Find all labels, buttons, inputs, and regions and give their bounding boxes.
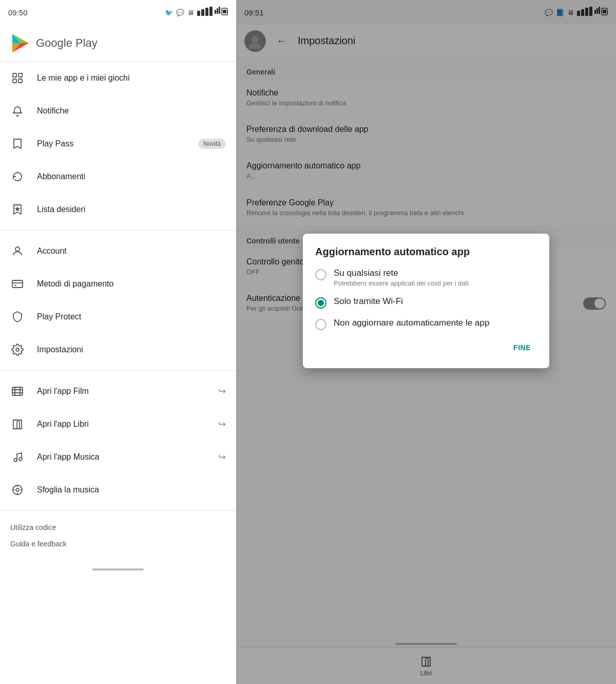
radio-wifi-only-circle <box>315 297 326 309</box>
svg-rect-5 <box>217 8 218 14</box>
help-feedback-link[interactable]: Guida e feedback <box>10 540 226 548</box>
bookmark-icon <box>10 137 25 151</box>
svg-rect-15 <box>13 73 16 77</box>
radio-no-auto-update-main-label: Non aggiornare automaticamente le app <box>334 318 489 328</box>
svg-rect-18 <box>18 79 22 83</box>
book-icon <box>10 417 25 431</box>
sidebar-item-browse-music-label: Sfoglia la musica <box>37 485 226 495</box>
person-icon <box>10 244 25 258</box>
radio-any-network-label-group: Su qualsiasi rete Potrebbero essere appl… <box>334 268 469 287</box>
radio-no-auto-update[interactable]: Non aggiornare automaticamente le app <box>315 318 537 330</box>
status-bar-left: 09:50 🐦 💬 🖥 <box>0 0 236 25</box>
sidebar-item-notifications-label: Notifiche <box>37 106 226 116</box>
sidebar-item-payment-label: Metodi di pagamento <box>37 279 226 289</box>
sidebar-item-music-label: Apri l'app Musica <box>37 452 218 462</box>
svg-rect-20 <box>12 280 23 288</box>
svg-point-23 <box>14 459 17 462</box>
whatsapp-icon-left: 💬 <box>176 9 184 16</box>
svg-rect-6 <box>219 7 220 14</box>
svg-rect-4 <box>215 10 216 14</box>
radio-any-network-main-label: Su qualsiasi rete <box>334 268 469 278</box>
google-play-logo-icon <box>10 33 31 53</box>
radio-wifi-only-label-group: Solo tramite Wi-Fi <box>334 296 403 307</box>
radio-no-auto-update-label-group: Non aggiornare automaticamente le app <box>334 318 489 328</box>
radio-any-network[interactable]: Su qualsiasi rete Potrebbero essere appl… <box>315 268 537 287</box>
external-icon-movies: ↪ <box>218 386 226 397</box>
sidebar-item-my-apps-label: Le mie app e i miei giochi <box>37 73 226 83</box>
svg-rect-2 <box>205 8 208 16</box>
film-icon <box>10 384 25 398</box>
svg-rect-17 <box>13 79 16 83</box>
shield-icon <box>10 310 25 324</box>
auto-update-dialog: Aggiornamento automatico app Su qualsias… <box>303 234 549 368</box>
dialog-overlay: Aggiornamento automatico app Su qualsias… <box>236 0 616 684</box>
sidebar-item-music[interactable]: Apri l'app Musica ↪ <box>0 441 236 473</box>
grid-icon <box>10 71 25 85</box>
sidebar-item-wishlist-label: Lista desideri <box>37 205 226 214</box>
music-circle-icon <box>10 483 25 497</box>
status-time-left: 09:50 <box>8 8 28 17</box>
menu-divider-3 <box>0 510 236 511</box>
svg-point-19 <box>15 247 20 251</box>
radio-wifi-only[interactable]: Solo tramite Wi-Fi <box>315 296 537 309</box>
google-play-title: Google Play <box>36 36 98 50</box>
sidebar-item-subscriptions-label: Abbonamenti <box>37 172 226 181</box>
sidebar-item-movies[interactable]: Apri l'app Film ↪ <box>0 375 236 408</box>
sidebar-item-account-label: Account <box>37 246 226 256</box>
music-note-icon <box>10 450 25 464</box>
status-icons-left: 🐦 💬 🖥 <box>165 7 228 18</box>
svg-rect-22 <box>12 387 23 395</box>
svg-rect-9 <box>227 10 228 13</box>
sidebar-item-movies-label: Apri l'app Film <box>37 387 218 396</box>
bell-icon <box>10 104 25 118</box>
sidebar-item-browse-music[interactable]: Sfoglia la musica <box>0 473 236 506</box>
sidebar-item-payment[interactable]: Metodi di pagamento <box>0 268 236 300</box>
sidebar-item-wishlist[interactable]: Lista desideri <box>0 193 236 226</box>
sidebar-item-play-pass-label: Play Pass <box>37 139 198 148</box>
radio-any-network-circle <box>315 269 326 280</box>
svg-rect-0 <box>197 11 200 16</box>
sidebar-item-books[interactable]: Apri l'app Libri ↪ <box>0 408 236 441</box>
svg-rect-8 <box>223 10 226 13</box>
sidebar-item-my-apps[interactable]: Le mie app e i miei giochi <box>0 62 236 94</box>
sidebar-item-play-pass[interactable]: Play Pass Novità <box>0 127 236 160</box>
bookmark-star-icon <box>10 202 25 217</box>
radio-no-auto-update-circle <box>315 319 326 330</box>
sidebar-item-books-label: Apri l'app Libri <box>37 420 218 429</box>
radio-wifi-only-main-label: Solo tramite Wi-Fi <box>334 296 403 307</box>
right-panel: 09:51 💬 📘 🖥 <box>236 0 616 684</box>
sidebar-item-play-protect-label: Play Protect <box>37 312 226 321</box>
menu-divider-2 <box>0 370 236 371</box>
external-icon-music: ↪ <box>218 451 226 463</box>
sidebar-item-settings[interactable]: Impostazioni <box>0 333 236 366</box>
refresh-icon <box>10 169 25 184</box>
external-icon-books: ↪ <box>218 419 226 430</box>
play-pass-badge: Novità <box>198 139 226 149</box>
svg-rect-1 <box>201 9 204 16</box>
signal-icons-left <box>197 7 228 18</box>
gear-icon <box>10 343 25 357</box>
google-play-header: Google Play <box>0 25 236 62</box>
left-scrollbar <box>92 568 144 571</box>
sidebar-item-settings-label: Impostazioni <box>37 345 226 354</box>
dialog-actions: FINE <box>315 339 537 356</box>
desktop-icon-left: 🖥 <box>187 9 194 16</box>
radio-any-network-sub-label: Potrebbero essere applicati dei costi pe… <box>334 279 469 287</box>
svg-point-26 <box>16 488 19 491</box>
menu-divider-1 <box>0 230 236 231</box>
redeem-code-link[interactable]: Utilizza codice <box>10 523 226 531</box>
left-panel: 09:50 🐦 💬 🖥 <box>0 0 236 684</box>
card-icon <box>10 277 25 291</box>
svg-point-21 <box>16 348 19 351</box>
menu-list: Le mie app e i miei giochi Notifiche Pla… <box>0 62 236 564</box>
svg-rect-16 <box>18 73 22 77</box>
svg-rect-3 <box>209 7 213 16</box>
sidebar-item-subscriptions[interactable]: Abbonamenti <box>0 160 236 193</box>
dialog-confirm-button[interactable]: FINE <box>507 339 537 356</box>
menu-bottom-links: Utilizza codice Guida e feedback <box>0 515 236 564</box>
sidebar-item-notifications[interactable]: Notifiche <box>0 94 236 127</box>
facebook-icon-left: 🐦 <box>165 9 173 16</box>
sidebar-item-play-protect[interactable]: Play Protect <box>0 300 236 333</box>
dialog-title: Aggiornamento automatico app <box>315 246 537 258</box>
sidebar-item-account[interactable]: Account <box>0 235 236 268</box>
